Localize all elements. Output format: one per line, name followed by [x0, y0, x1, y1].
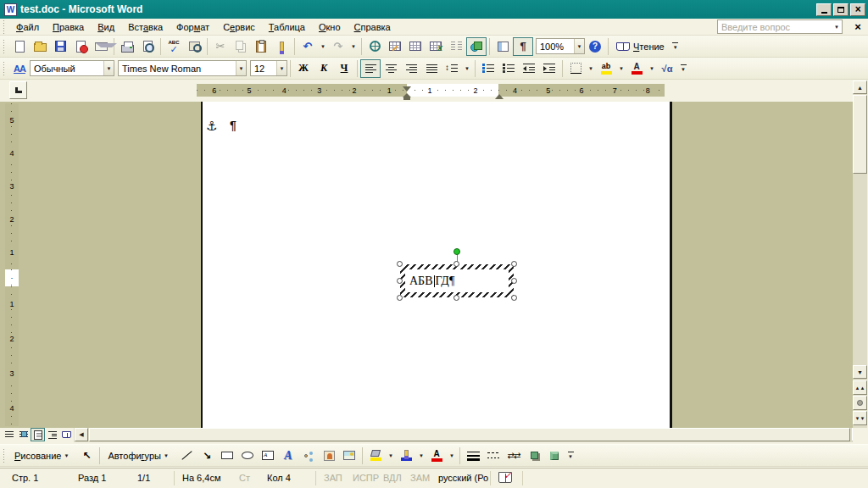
menu-tools[interactable]: Сервис [216, 20, 262, 34]
equation-button[interactable]: √α [657, 59, 677, 78]
previous-page-button[interactable]: ▲▲ [853, 380, 867, 395]
email-button[interactable] [91, 37, 111, 56]
scroll-up-button[interactable]: ▲ [853, 80, 867, 94]
menu-format[interactable]: Формат [170, 20, 216, 34]
dash-style-button[interactable] [483, 446, 504, 465]
toolbar-options-chevron[interactable]: ▼ [677, 58, 689, 79]
insert-excel-button[interactable] [426, 37, 446, 56]
research-button[interactable] [184, 37, 204, 56]
redo-button[interactable]: ↷ [328, 37, 348, 56]
drawing-toolbar-grip[interactable] [3, 449, 7, 463]
increase-indent-button[interactable] [539, 59, 559, 78]
menu-file[interactable]: Файл [9, 20, 46, 34]
highlight-dropdown-icon[interactable]: ▼ [616, 59, 626, 78]
web-layout-view-button[interactable] [16, 428, 31, 441]
3d-style-button[interactable] [544, 446, 565, 465]
show-paragraph-marks-button[interactable]: ¶ [513, 37, 533, 56]
copy-button[interactable] [231, 37, 251, 56]
print-layout-view-button[interactable] [31, 428, 45, 441]
justify-button[interactable] [421, 59, 442, 78]
font-color-button[interactable]: А [626, 59, 647, 78]
resize-handle-ne[interactable] [511, 261, 517, 267]
status-record-macro[interactable]: ЗАП [324, 473, 342, 483]
document-map-button[interactable] [492, 37, 513, 56]
insert-picture-button[interactable] [339, 446, 359, 465]
resize-handle-sw[interactable] [397, 295, 403, 301]
ask-question-input[interactable] [718, 22, 832, 32]
horizontal-ruler[interactable]: 654321 12 45678 [197, 84, 665, 97]
outline-view-button[interactable] [45, 428, 59, 441]
formatting-toolbar-grip[interactable] [3, 62, 7, 75]
cut-button[interactable]: ✂ [210, 37, 231, 56]
align-right-button[interactable] [401, 59, 421, 78]
oval-tool-button[interactable] [237, 446, 258, 465]
first-line-indent-marker[interactable] [403, 86, 411, 92]
undo-dropdown-icon[interactable]: ▼ [318, 37, 328, 56]
document-close-icon[interactable]: × [851, 20, 865, 34]
undo-button[interactable]: ↶ [298, 37, 318, 56]
decrease-indent-button[interactable] [519, 59, 539, 78]
font-value[interactable]: Times New Roman [119, 64, 236, 74]
underline-button[interactable]: Ч [334, 59, 354, 78]
autoshapes-menu-button[interactable]: Автофигуры ▼ [103, 446, 176, 465]
format-painter-button[interactable] [271, 37, 292, 56]
scroll-left-button[interactable]: ◀ [75, 428, 88, 441]
new-document-button[interactable] [9, 37, 30, 56]
left-indent-marker[interactable] [403, 97, 410, 100]
arrow-style-button[interactable]: ⇄⇄ [504, 446, 524, 465]
resize-handle-nw[interactable] [397, 261, 403, 267]
close-button[interactable]: × [850, 3, 865, 16]
drawing-menu-button[interactable]: Рисование ▼ [9, 446, 76, 465]
rectangle-tool-button[interactable] [217, 446, 237, 465]
help-button[interactable]: ? [585, 37, 605, 56]
save-button[interactable] [50, 37, 70, 56]
highlight-button[interactable]: ab [596, 59, 616, 78]
standard-toolbar-grip[interactable] [3, 40, 7, 53]
next-page-button[interactable]: ▼▼ [853, 411, 867, 425]
vertical-ruler[interactable]: 54321 · 1234 [5, 103, 19, 426]
read-mode-button[interactable]: Чтение [611, 37, 670, 56]
document-page[interactable]: ⚓ ¶ АБВГД¶ [201, 102, 672, 428]
borders-dropdown-icon[interactable]: ▼ [586, 59, 596, 78]
scroll-down-button[interactable]: ▼ [853, 365, 867, 379]
menu-window[interactable]: Окно [312, 20, 348, 34]
status-overtype[interactable]: ЗАМ [410, 473, 430, 483]
line-color-dropdown-icon[interactable]: ▼ [416, 446, 426, 465]
text-box-tool-button[interactable]: А [258, 446, 278, 465]
rotation-handle[interactable] [453, 248, 460, 255]
paste-button[interactable] [251, 37, 271, 56]
resize-handle-w[interactable] [397, 278, 403, 284]
arrow-tool-button[interactable]: ↘ [197, 446, 217, 465]
tab-selector-button[interactable] [9, 81, 27, 99]
line-spacing-button[interactable] [442, 59, 462, 78]
resize-handle-se[interactable] [511, 295, 517, 301]
horizontal-scroll-thumb[interactable] [89, 428, 850, 441]
styles-pane-button[interactable]: АА [9, 59, 30, 78]
spelling-button[interactable]: ABC✓ [164, 37, 184, 56]
resize-handle-s[interactable] [453, 295, 459, 301]
right-indent-marker[interactable] [495, 94, 504, 99]
fill-color-dropdown-icon[interactable]: ▼ [386, 446, 396, 465]
resize-handle-e[interactable] [511, 278, 517, 284]
wordart-button[interactable]: А [278, 446, 298, 465]
restore-button[interactable] [833, 3, 849, 16]
align-left-button[interactable] [360, 59, 381, 78]
zoom-value[interactable]: 100% [537, 42, 574, 52]
font-size-value[interactable]: 12 [251, 64, 276, 74]
print-preview-button[interactable] [137, 37, 158, 56]
menu-table[interactable]: Таблица [262, 20, 312, 34]
fill-color-button[interactable] [365, 446, 386, 465]
toolbar-options-chevron[interactable]: ▼ [565, 446, 576, 466]
columns-button[interactable] [446, 37, 466, 56]
draw-font-color-button[interactable]: А [426, 446, 447, 465]
vertical-scroll-thumb[interactable] [853, 95, 867, 174]
permission-button[interactable] [70, 37, 91, 56]
shadow-style-button[interactable] [524, 446, 544, 465]
style-dropdown-icon[interactable]: ▼ [103, 61, 114, 75]
resize-handle-n[interactable] [453, 261, 459, 267]
bullet-list-button[interactable] [498, 59, 519, 78]
reading-view-button[interactable] [59, 428, 74, 441]
style-value[interactable]: Обычный [31, 64, 103, 74]
borders-button[interactable] [565, 59, 586, 78]
menu-grip[interactable] [3, 20, 7, 34]
